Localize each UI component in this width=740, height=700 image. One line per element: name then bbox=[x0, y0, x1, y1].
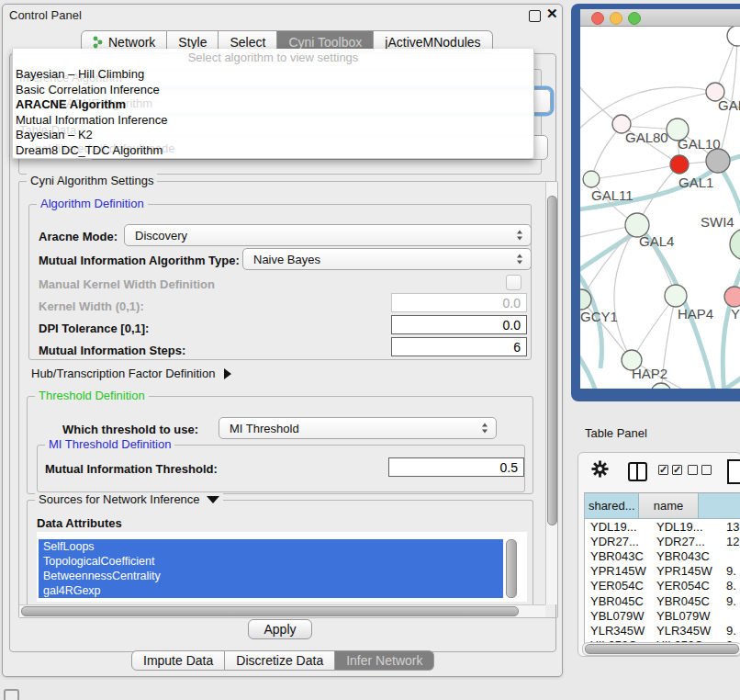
network-node[interactable] bbox=[651, 383, 671, 389]
columns-icon[interactable] bbox=[628, 462, 647, 481]
network-edge[interactable] bbox=[723, 260, 740, 389]
table-cell: YPR145W bbox=[651, 564, 723, 578]
data-attribute-item[interactable]: BetweennessCentrality bbox=[39, 569, 503, 583]
hub-definition-toggle[interactable]: Hub/Transcription Factor Definition bbox=[31, 367, 231, 380]
sources-group: Sources for Network Inference Data Attri… bbox=[27, 500, 533, 616]
network-node[interactable] bbox=[724, 287, 740, 307]
export-table-icon[interactable] bbox=[727, 459, 740, 484]
collapsed-panel-icon[interactable] bbox=[4, 689, 19, 700]
algorithm-definition-group: Algorithm Definition Aracne Mode: Discov… bbox=[28, 204, 532, 360]
kernel-width-field[interactable]: 0.0 bbox=[391, 293, 527, 312]
bottom-tab-infer-network[interactable]: Infer Network bbox=[335, 650, 434, 671]
column-header[interactable]: name bbox=[639, 493, 698, 519]
attributes-list-scrollbar[interactable] bbox=[506, 539, 517, 598]
network-edge[interactable] bbox=[580, 348, 602, 389]
data-attribute-item[interactable]: gal4RGexp bbox=[39, 583, 503, 598]
network-node[interactable] bbox=[706, 149, 730, 173]
network-node-label: GAL4 bbox=[639, 233, 674, 249]
algorithm-option[interactable]: Bayesian – Hill Climbing bbox=[13, 67, 533, 83]
mi-steps-label: Mutual Information Steps: bbox=[39, 344, 185, 357]
node-table[interactable]: shared...nameYDL19...YDL19...13YDR27...Y… bbox=[584, 492, 740, 646]
table-row[interactable]: YBR043CYBR043C bbox=[585, 548, 740, 563]
mi-threshold-title: MI Threshold Definition bbox=[45, 437, 174, 451]
threshold-definition-title: Threshold Definition bbox=[35, 389, 149, 402]
dpi-tolerance-field[interactable]: 0.0 bbox=[391, 315, 527, 334]
table-row[interactable]: YDR27...YDR27...12 bbox=[585, 534, 740, 548]
sources-title: Sources for Network Inference bbox=[35, 492, 223, 506]
expand-down-icon bbox=[207, 496, 219, 503]
network-edge[interactable] bbox=[591, 164, 679, 179]
manual-kernel-checkbox[interactable] bbox=[506, 275, 521, 290]
table-cell: YBR045C bbox=[585, 594, 651, 608]
aracne-mode-label: Aracne Mode: bbox=[39, 230, 118, 243]
mi-threshold-field[interactable]: 0.5 bbox=[388, 457, 524, 477]
network-node-label: SWI4 bbox=[701, 214, 734, 230]
algorithm-option[interactable]: Bayesian – K2 bbox=[13, 128, 533, 143]
network-node[interactable] bbox=[665, 285, 687, 307]
which-threshold-combobox[interactable]: MI Threshold bbox=[219, 417, 497, 439]
table-panel-title: Table Panel bbox=[585, 426, 647, 440]
network-tab-icon bbox=[93, 36, 104, 49]
network-node[interactable] bbox=[727, 27, 740, 46]
table-horizontal-scrollbar[interactable] bbox=[582, 642, 740, 656]
network-node-label: GAL80 bbox=[625, 130, 668, 145]
mi-type-label: Mutual Information Algorithm Type: bbox=[39, 254, 240, 267]
deselect-all-columns-icon[interactable] bbox=[688, 465, 712, 475]
table-row[interactable]: YPR145WYPR145W9. bbox=[585, 564, 740, 579]
table-cell: YBL079W bbox=[651, 609, 723, 623]
apply-button[interactable]: Apply bbox=[248, 619, 312, 639]
network-edge[interactable] bbox=[580, 87, 715, 132]
table-row[interactable]: YDL19...YDL19...13 bbox=[585, 519, 740, 534]
data-attribute-item[interactable]: SelfLoops bbox=[39, 539, 503, 554]
algorithm-option[interactable]: Basic Correlation Inference bbox=[13, 83, 533, 98]
settings-horizontal-scrollbar[interactable] bbox=[19, 604, 545, 617]
table-cell: YBL079W bbox=[585, 609, 651, 623]
column-header[interactable] bbox=[699, 493, 740, 519]
network-window-titlebar[interactable] bbox=[580, 9, 740, 27]
table-cell: YDL19... bbox=[585, 520, 651, 534]
mi-steps-field[interactable]: 6 bbox=[391, 337, 527, 356]
minimize-light-icon[interactable] bbox=[610, 12, 622, 25]
table-cell: 9. bbox=[723, 624, 740, 638]
table-cell: YDR27... bbox=[651, 535, 723, 548]
table-cell: 8. bbox=[723, 579, 740, 593]
attributes-list: SelfLoopsTopologicalCoefficientBetweenne… bbox=[37, 532, 527, 602]
dpi-tolerance-label: DPI Tolerance [0,1]: bbox=[39, 322, 149, 335]
table-row[interactable]: YLR345WYLR345W9. bbox=[585, 623, 740, 638]
network-node-label: Y bbox=[731, 306, 740, 322]
network-node[interactable] bbox=[670, 155, 689, 174]
algorithm-definition-title: Algorithm Definition bbox=[37, 197, 148, 210]
algorithm-option[interactable]: Mutual Information Inference bbox=[13, 113, 533, 129]
network-node-label: GAL11 bbox=[591, 187, 633, 203]
network-node[interactable] bbox=[730, 229, 740, 260]
close-light-icon[interactable] bbox=[591, 12, 604, 25]
network-canvas[interactable]: GALGAL80GAL10GAL1GAL11GAL4SWI4HAP4YGCY1H… bbox=[580, 27, 740, 389]
settings-vertical-scrollbar[interactable] bbox=[545, 182, 557, 604]
algorithm-option[interactable]: Dream8 DC_TDC Algorithm bbox=[13, 143, 533, 159]
column-header[interactable]: shared... bbox=[585, 493, 639, 519]
threshold-definition-group: Threshold Definition Which threshold to … bbox=[27, 396, 533, 494]
bottom-tab-impute-data[interactable]: Impute Data bbox=[131, 650, 225, 671]
table-row[interactable]: YBL079WYBL079W bbox=[585, 608, 740, 623]
float-window-icon[interactable] bbox=[529, 10, 541, 22]
select-all-columns-icon[interactable]: ✓✓ bbox=[658, 465, 682, 475]
table-cell: YLR345W bbox=[585, 624, 651, 638]
network-node[interactable] bbox=[583, 171, 600, 187]
algorithm-option[interactable]: ARACNE Algorithm bbox=[13, 97, 533, 113]
table-cell: YPR145W bbox=[585, 564, 651, 578]
table-row[interactable]: YER054CYER054C8. bbox=[585, 579, 740, 593]
aracne-mode-combobox[interactable]: Discovery bbox=[124, 224, 532, 246]
close-icon[interactable]: ✕ bbox=[546, 6, 558, 22]
gear-icon[interactable] bbox=[591, 460, 609, 482]
data-attribute-item[interactable]: TopologicalCoefficient bbox=[39, 554, 503, 569]
table-cell: YBR045C bbox=[651, 594, 723, 608]
network-edge[interactable] bbox=[591, 126, 622, 179]
bottom-tab-discretize-data[interactable]: Discretize Data bbox=[225, 650, 335, 671]
zoom-light-icon[interactable] bbox=[628, 12, 641, 25]
network-edge[interactable] bbox=[622, 92, 715, 126]
mi-type-combobox[interactable]: Naive Bayes bbox=[242, 248, 532, 270]
table-cell: YLR345W bbox=[651, 624, 723, 638]
table-cell: 13 bbox=[723, 520, 740, 534]
table-row[interactable]: YBR045CYBR045C9. bbox=[585, 593, 740, 608]
table-cell: YDL19... bbox=[651, 520, 723, 534]
